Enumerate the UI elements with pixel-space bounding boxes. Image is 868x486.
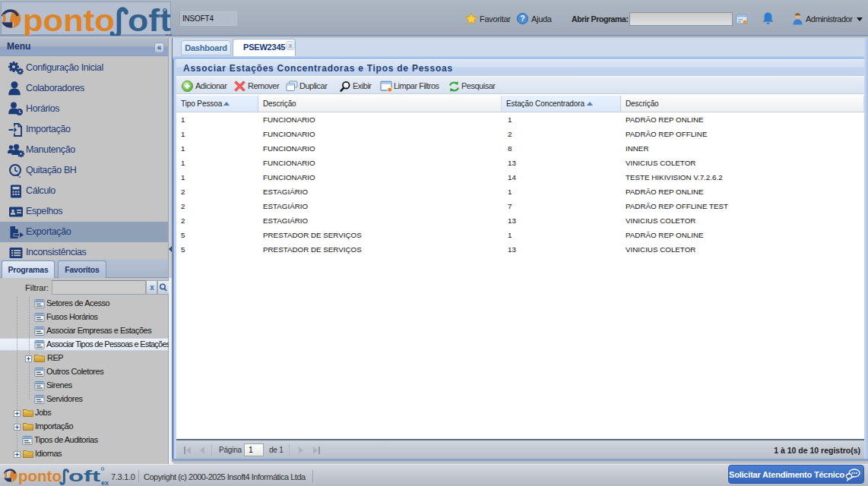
svg-text:ponto: ponto: [23, 4, 115, 36]
svg-text:oft: oft: [68, 467, 100, 484]
svg-text:?: ?: [520, 14, 524, 23]
svg-text:ponto: ponto: [18, 467, 62, 484]
svg-text:x: x: [150, 283, 154, 292]
svg-text:ex: ex: [101, 479, 109, 486]
svg-text:ex: ex: [165, 32, 172, 36]
